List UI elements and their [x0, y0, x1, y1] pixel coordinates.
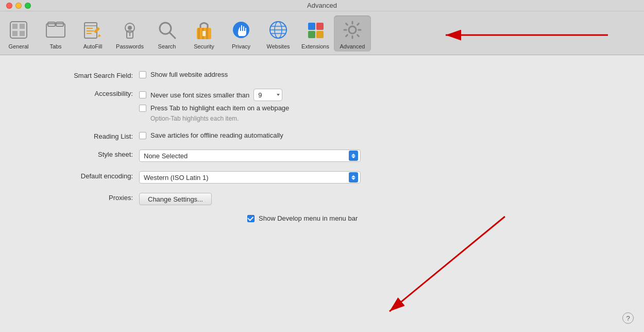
svg-point-36 [349, 26, 356, 34]
svg-rect-3 [12, 31, 18, 36]
svg-rect-24 [206, 28, 208, 39]
close-button[interactable] [6, 3, 12, 9]
tab-highlight-checkbox[interactable] [139, 105, 146, 112]
font-size-prefix: Never use font sizes smaller than [150, 91, 249, 99]
tabs-icon [43, 18, 68, 42]
svg-rect-35 [316, 31, 324, 38]
main-content: Smart Search Field: Show full website ad… [0, 55, 644, 247]
toolbar-item-autofill[interactable]: AutoFill [74, 15, 111, 52]
develop-menu-control: Show Develop menu in menu bar [247, 214, 358, 222]
toolbar-item-security[interactable]: Security [185, 15, 223, 52]
smart-search-control: Show full website address [139, 71, 228, 78]
smart-search-row: Smart Search Field: Show full website ad… [0, 71, 644, 79]
svg-line-20 [170, 32, 175, 38]
style-sheet-value: None Selected [144, 152, 188, 160]
window-controls [6, 3, 31, 9]
develop-menu-row: Show Develop menu in menu bar [108, 214, 644, 222]
help-button[interactable]: ? [622, 312, 634, 324]
reading-list-checkbox[interactable] [139, 132, 146, 139]
svg-rect-34 [308, 31, 315, 38]
passwords-label: Passwords [116, 43, 144, 49]
autofill-label: AutoFill [83, 43, 103, 49]
svg-rect-33 [316, 23, 324, 30]
svg-point-17 [128, 26, 132, 30]
toolbar: General Tabs [0, 11, 644, 55]
encoding-row: Default encoding: Western (ISO Latin 1) [0, 171, 644, 184]
develop-menu-label: Show Develop menu in menu bar [259, 214, 358, 222]
toolbar-item-tabs[interactable]: Tabs [37, 15, 74, 52]
help-icon: ? [626, 314, 630, 322]
style-sheet-row: Style sheet: None Selected [0, 150, 644, 162]
extensions-label: Extensions [301, 43, 329, 49]
encoding-control: Western (ISO Latin 1) [139, 171, 361, 184]
font-size-checkbox[interactable] [139, 91, 146, 98]
arrow-up-icon [351, 154, 355, 156]
autofill-icon [80, 18, 105, 42]
font-size-select[interactable]: 9 [253, 89, 282, 101]
reading-list-checkbox-label: Save articles for offline reading automa… [150, 131, 283, 139]
general-label: General [8, 43, 28, 49]
style-sheet-control: None Selected [139, 150, 361, 162]
smart-search-checkbox[interactable] [139, 71, 146, 78]
encoding-arrow-down-icon [351, 178, 355, 180]
tab-highlight-hint: Option-Tab highlights each item. [150, 115, 289, 122]
smart-search-checkbox-label: Show full website address [150, 71, 228, 78]
toolbar-item-general[interactable]: General [0, 15, 37, 52]
search-label: Search [158, 43, 176, 49]
security-label: Security [194, 43, 214, 49]
svg-rect-25 [202, 31, 206, 36]
title-bar: Advanced [0, 0, 644, 11]
reading-list-control: Save articles for offline reading automa… [139, 131, 283, 139]
encoding-arrow-up-icon [351, 175, 355, 177]
toolbar-item-privacy[interactable]: Privacy [223, 15, 260, 52]
reading-list-label: Reading List: [31, 131, 139, 140]
proxies-label: Proxies: [31, 193, 139, 202]
websites-label: Websites [266, 43, 290, 49]
style-sheet-arrows-icon [349, 151, 358, 161]
proxies-button[interactable]: Change Settings... [139, 193, 212, 205]
minimize-button[interactable] [15, 3, 22, 9]
tabs-label: Tabs [49, 43, 61, 49]
accessibility-label: Accessibility: [31, 89, 139, 97]
advanced-label: Advanced [340, 43, 365, 49]
smart-search-label: Smart Search Field: [31, 71, 139, 79]
privacy-icon [229, 18, 253, 42]
develop-menu-checkbox[interactable] [247, 215, 255, 222]
encoding-arrows-icon [349, 172, 358, 182]
svg-rect-32 [308, 23, 315, 30]
window-title: Advanced [307, 2, 337, 9]
svg-rect-18 [129, 33, 130, 36]
maximize-button[interactable] [25, 3, 31, 9]
security-icon [192, 18, 216, 42]
toolbar-item-websites[interactable]: Websites [260, 15, 297, 52]
toolbar-item-search[interactable]: Search [148, 15, 185, 52]
arrow-down-icon [351, 156, 355, 158]
search-icon [155, 18, 179, 42]
font-size-value: 9 [258, 91, 262, 99]
svg-rect-5 [46, 24, 65, 37]
privacy-label: Privacy [232, 43, 250, 49]
svg-rect-2 [20, 24, 25, 29]
svg-rect-1 [12, 24, 18, 29]
encoding-select[interactable]: Western (ISO Latin 1) [139, 171, 361, 184]
passwords-icon [117, 18, 142, 42]
proxies-control: Change Settings... [139, 193, 212, 205]
style-sheet-label: Style sheet: [31, 150, 139, 158]
general-icon [6, 18, 31, 42]
svg-rect-22 [198, 28, 200, 39]
font-size-arrow-icon [277, 94, 280, 96]
extensions-icon [303, 18, 328, 42]
tab-highlight-label: Press Tab to highlight each item on a we… [150, 104, 289, 112]
svg-marker-14 [98, 34, 101, 37]
encoding-value: Western (ISO Latin 1) [144, 174, 208, 181]
toolbar-item-extensions[interactable]: Extensions [297, 15, 334, 52]
websites-icon [266, 18, 291, 42]
toolbar-item-advanced[interactable]: Advanced [334, 15, 371, 52]
toolbar-item-passwords[interactable]: Passwords [111, 15, 148, 52]
accessibility-control: Never use font sizes smaller than 9 Pres… [139, 89, 289, 122]
encoding-label: Default encoding: [31, 171, 139, 180]
reading-list-row: Reading List: Save articles for offline … [0, 131, 644, 140]
style-sheet-select[interactable]: None Selected [139, 150, 361, 162]
proxies-row: Proxies: Change Settings... [0, 193, 644, 205]
advanced-icon [340, 18, 365, 42]
